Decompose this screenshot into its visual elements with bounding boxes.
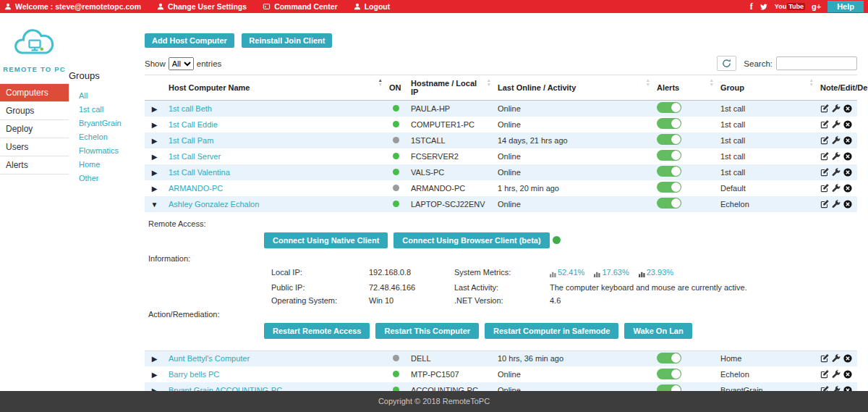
wrench-icon[interactable] <box>832 370 841 379</box>
group-filter-echelon[interactable]: Echelon <box>69 130 145 144</box>
note-edit-icon[interactable] <box>820 184 829 193</box>
note-edit-icon[interactable] <box>820 354 829 363</box>
youtube-icon[interactable]: YouTube <box>775 3 805 10</box>
sidebar-item-deploy[interactable]: Deploy <box>0 120 69 138</box>
row-expander-icon[interactable]: ▶ <box>152 105 158 113</box>
delete-icon[interactable] <box>843 104 852 113</box>
twitter-icon[interactable] <box>760 3 768 11</box>
delete-icon[interactable] <box>843 120 852 129</box>
note-edit-icon[interactable] <box>820 136 829 145</box>
host-computer-link[interactable]: Ashley Gonzalez Echalon <box>169 200 259 209</box>
header-note-edit-del: Note/Edit/Del <box>816 75 857 101</box>
host-computer-link[interactable]: 1st Call Eddie <box>169 120 218 129</box>
wrench-icon[interactable] <box>832 152 841 161</box>
group-filter-1st-call[interactable]: 1st call <box>69 103 145 117</box>
add-host-computer-button[interactable]: Add Host Computer <box>145 33 234 48</box>
wake-on-lan-button[interactable]: Wake On Lan <box>624 323 692 339</box>
wrench-icon[interactable] <box>832 104 841 113</box>
group-filter-flowmatics[interactable]: Flowmatics <box>69 144 145 158</box>
restart-remote-access-button[interactable]: Restart Remote Access <box>264 323 370 339</box>
facebook-icon[interactable]: f <box>750 1 753 12</box>
group-filter-bryantgrain[interactable]: BryantGrain <box>69 117 145 130</box>
reinstall-join-client-button[interactable]: Reinstall Join Client <box>242 33 332 48</box>
system-metrics-label: System Metrics: <box>454 267 550 279</box>
alerts-toggle[interactable] <box>657 102 681 113</box>
row-expander-icon[interactable]: ▶ <box>152 355 158 363</box>
alerts-toggle[interactable] <box>657 166 681 177</box>
note-edit-icon[interactable] <box>820 200 829 209</box>
delete-icon[interactable] <box>843 184 852 193</box>
delete-icon[interactable] <box>843 370 852 379</box>
host-computer-link[interactable]: ARMANDO-PC <box>169 184 223 193</box>
welcome-user[interactable]: Welcome : steve@remotetopc.com <box>4 2 141 11</box>
header-on[interactable]: ON <box>385 75 407 101</box>
note-edit-icon[interactable] <box>820 104 829 113</box>
refresh-icon <box>722 59 731 68</box>
wrench-icon[interactable] <box>832 168 841 177</box>
row-expander-icon[interactable]: ▶ <box>152 185 158 193</box>
wrench-icon[interactable] <box>832 136 841 145</box>
delete-icon[interactable] <box>843 168 852 177</box>
table-row: ▶ 1st Call Valentina VALS-PC Online 1st … <box>145 164 857 180</box>
note-edit-icon[interactable] <box>820 120 829 129</box>
host-computer-link[interactable]: 1st call Beth <box>169 104 212 113</box>
wrench-icon[interactable] <box>832 184 841 193</box>
refresh-button[interactable] <box>717 56 736 71</box>
cpu-metric: 52.41% <box>550 267 584 277</box>
host-computer-link[interactable]: 1st Call Pam <box>169 136 213 145</box>
logout-link[interactable]: Logout <box>354 2 391 11</box>
wrench-icon[interactable] <box>832 120 841 129</box>
sidebar-item-computers[interactable]: Computers <box>0 84 69 102</box>
row-expander-icon[interactable]: ▶ <box>152 121 158 129</box>
group-filter-home[interactable]: Home <box>69 158 145 172</box>
restart-safemode-button[interactable]: Restart Computer in Safemode <box>485 323 618 339</box>
alerts-toggle[interactable] <box>657 198 681 209</box>
delete-icon[interactable] <box>843 200 852 209</box>
header-host-computer-name[interactable]: Host Computer Name▲▼ <box>164 75 385 101</box>
host-computer-link[interactable]: 1st Call Valentina <box>169 168 230 177</box>
alerts-toggle[interactable] <box>657 134 681 145</box>
show-entries-select[interactable]: All <box>169 57 194 70</box>
row-expander-icon[interactable]: ▶ <box>152 371 158 379</box>
delete-icon[interactable] <box>843 136 852 145</box>
host-computer-link[interactable]: Barry bells PC <box>169 370 219 379</box>
alerts-toggle[interactable] <box>657 118 681 129</box>
host-computer-link[interactable]: Aunt Bettyl's Computer <box>169 354 250 363</box>
online-status-dot <box>393 121 399 127</box>
command-center-link[interactable]: Command Center <box>263 2 338 11</box>
header-alerts[interactable]: Alerts▲▼ <box>652 75 716 101</box>
note-edit-icon[interactable] <box>820 168 829 177</box>
group-filter-other[interactable]: Other <box>69 172 145 185</box>
alerts-toggle[interactable] <box>657 150 681 161</box>
note-edit-icon[interactable] <box>820 152 829 161</box>
alerts-toggle[interactable] <box>657 182 681 193</box>
wrench-icon[interactable] <box>832 200 841 209</box>
alerts-toggle[interactable] <box>657 369 681 379</box>
wrench-icon[interactable] <box>832 354 841 363</box>
search-input[interactable] <box>776 56 857 70</box>
sidebar-item-groups[interactable]: Groups <box>0 102 69 120</box>
restart-this-computer-button[interactable]: Restart This Computer <box>375 323 479 339</box>
sidebar-item-users[interactable]: Users <box>0 138 69 156</box>
header-last-online[interactable]: Last Online / Activity▲▼ <box>493 75 652 101</box>
delete-icon[interactable] <box>843 152 852 161</box>
delete-icon[interactable] <box>843 354 852 363</box>
note-edit-icon[interactable] <box>820 370 829 379</box>
logout-label: Logout <box>365 2 391 11</box>
change-user-settings-link[interactable]: Change User Settings <box>157 2 247 11</box>
alerts-toggle[interactable] <box>657 353 681 363</box>
row-expander-icon[interactable]: ▼ <box>151 201 158 209</box>
connect-native-client-button[interactable]: Connect Using Native Client <box>264 232 388 248</box>
group-filter-all[interactable]: All <box>69 89 145 103</box>
header-group[interactable]: Group▲▼ <box>716 75 816 101</box>
sidebar-item-alerts[interactable]: Alerts <box>0 156 69 175</box>
connect-browser-client-button[interactable]: Connect Using Browser Client (beta) <box>393 232 549 248</box>
google-plus-icon[interactable]: g+ <box>812 2 821 11</box>
help-button[interactable]: Help <box>827 1 864 12</box>
row-expander-icon[interactable]: ▶ <box>152 153 158 161</box>
row-expander-icon[interactable]: ▶ <box>152 169 158 177</box>
host-computer-link[interactable]: 1st Call Server <box>169 152 221 161</box>
header-hostname[interactable]: Hostname / Local IP▲▼ <box>407 75 493 101</box>
row-expander-icon[interactable]: ▶ <box>152 137 158 145</box>
last-online-cell: Online <box>493 196 652 212</box>
